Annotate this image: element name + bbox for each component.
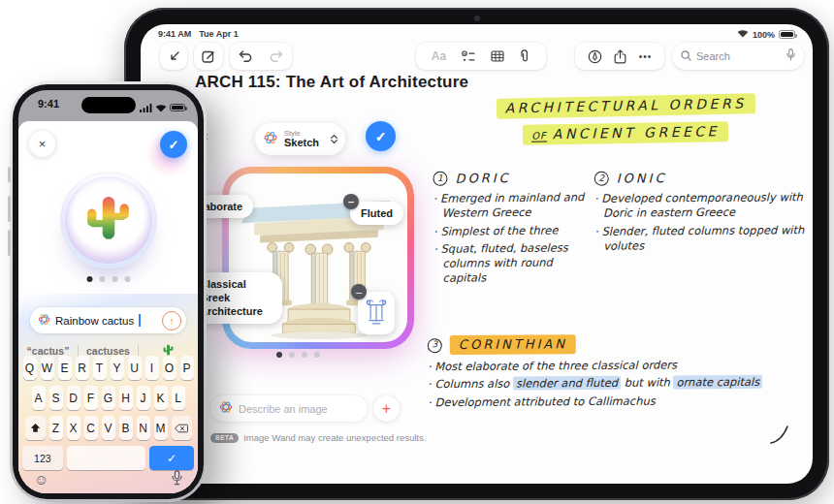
battery-percent: 100% xyxy=(753,30,775,40)
key-k[interactable]: K xyxy=(154,386,168,410)
return-key[interactable]: ✓ xyxy=(149,446,194,470)
key-r[interactable]: R xyxy=(76,356,89,380)
shift-icon xyxy=(30,423,41,433)
compose-icon xyxy=(202,49,215,63)
key-j[interactable]: J xyxy=(137,386,150,410)
tag-capital-sketch-thumbnail[interactable]: – xyxy=(358,292,395,334)
more-icon[interactable]: ••• xyxy=(639,51,653,62)
share-icon[interactable] xyxy=(614,49,626,64)
space-key[interactable] xyxy=(67,446,146,470)
heading-of: of xyxy=(531,130,547,142)
ionic-title: IONIC xyxy=(617,170,667,187)
format-text-button[interactable]: Aa xyxy=(432,49,446,63)
undo-redo-group xyxy=(230,43,292,70)
playground-close-button[interactable]: × xyxy=(29,131,55,157)
battery-icon xyxy=(779,30,795,39)
chevron-up-down-icon xyxy=(331,135,337,143)
playground-confirm-button[interactable]: ✓ xyxy=(160,131,187,158)
action-button xyxy=(8,167,11,182)
backspace-icon xyxy=(175,424,188,433)
blue-highlight: ornate capitals xyxy=(673,375,762,390)
key-p[interactable]: P xyxy=(180,356,194,380)
key-f[interactable]: F xyxy=(84,386,98,410)
add-suggestion-button[interactable]: + xyxy=(373,395,400,422)
undo-icon[interactable] xyxy=(239,50,252,62)
ipad-device: 9:41 AM Tue Apr 1 100% xyxy=(124,8,829,500)
tag-fluted[interactable]: – Fluted xyxy=(350,202,403,225)
doric-title: DORIC xyxy=(455,170,510,187)
key-t[interactable]: T xyxy=(93,356,107,380)
numbers-key[interactable]: 123 xyxy=(22,446,63,470)
key-e[interactable]: E xyxy=(58,356,72,380)
corinthian-section: 3 CORINTHIAN · Most elaborate of the thr… xyxy=(428,333,770,413)
describe-image-placeholder: Describe an image xyxy=(239,403,328,415)
wifi-icon xyxy=(155,99,167,116)
key-b[interactable]: B xyxy=(119,416,133,440)
corinthian-bullet: · Columns also slender and fluted but wi… xyxy=(428,375,769,393)
blue-highlight: slender and fluted xyxy=(513,376,621,391)
style-selector[interactable]: Style Sketch xyxy=(255,123,345,155)
corinthian-bullet: · Most elaborate of the three classical … xyxy=(428,358,769,375)
doric-bullet: · Squat, fluted, baseless columns with r… xyxy=(433,240,596,286)
search-input[interactable]: Search xyxy=(672,43,804,70)
key-g[interactable]: G xyxy=(102,386,115,410)
beta-disclaimer: BETA Image Wand may create unexpected re… xyxy=(210,432,426,443)
scene: 9:41 AM Tue Apr 1 100% xyxy=(0,0,834,504)
checklist-icon[interactable] xyxy=(462,50,475,63)
mic-icon[interactable] xyxy=(172,470,182,488)
table-icon[interactable] xyxy=(491,50,504,62)
battery-icon xyxy=(170,104,185,111)
remove-tag-icon[interactable]: – xyxy=(343,194,359,209)
key-v[interactable]: V xyxy=(102,416,115,440)
search-icon xyxy=(681,47,691,65)
compose-button[interactable] xyxy=(194,43,223,70)
markup-icon[interactable] xyxy=(588,49,602,64)
remove-tag-icon[interactable]: – xyxy=(351,284,367,299)
iphone-device: 9:41 × ✓ xyxy=(10,81,207,502)
tools-toolbar-group: ••• xyxy=(575,43,664,70)
generated-emoji-bubble xyxy=(60,172,157,268)
key-a[interactable]: A xyxy=(32,386,46,410)
ionic-bullet: · Slender, fluted columns topped with vo… xyxy=(594,223,808,254)
key-z[interactable]: Z xyxy=(49,416,63,440)
wand-page-dots[interactable] xyxy=(276,352,320,358)
cellular-signal-icon xyxy=(140,99,152,116)
key-o[interactable]: O xyxy=(163,356,176,380)
key-x[interactable]: X xyxy=(67,416,80,440)
submit-prompt-button[interactable]: ↑ xyxy=(162,311,181,331)
playground-page-dots[interactable] xyxy=(86,276,130,282)
key-c[interactable]: C xyxy=(84,416,98,440)
playground-prompt-input[interactable]: Rainbow cactus ↑ xyxy=(30,307,186,333)
backspace-key[interactable] xyxy=(172,416,192,440)
dictation-icon[interactable] xyxy=(786,47,795,65)
key-y[interactable]: Y xyxy=(111,356,124,380)
corinthian-bullet: · Development attributed to Callimachus xyxy=(428,393,769,410)
key-i[interactable]: I xyxy=(145,356,159,380)
emoji-keyboard-icon[interactable]: ☺ xyxy=(34,471,48,488)
describe-image-input[interactable]: Describe an image xyxy=(210,395,368,422)
redo-icon[interactable] xyxy=(270,50,283,62)
yellow-highlight: ARCHITECTURAL ORDERS xyxy=(496,93,754,119)
key-m[interactable]: M xyxy=(154,416,168,440)
key-d[interactable]: D xyxy=(67,386,80,410)
handwritten-heading-2: ofANCIENT GREECE xyxy=(432,122,813,144)
ipad-status-right: 100% xyxy=(737,29,795,40)
ipad-date: Tue Apr 1 xyxy=(199,29,239,39)
ipad-camera xyxy=(474,16,480,21)
page-curl-icon[interactable] xyxy=(769,424,790,449)
key-w[interactable]: W xyxy=(41,356,54,380)
key-n[interactable]: N xyxy=(137,416,150,440)
orange-highlight: CORINTHIAN xyxy=(450,334,576,355)
attachment-icon[interactable] xyxy=(519,49,530,63)
shift-key[interactable] xyxy=(25,416,46,440)
minimize-note-button[interactable] xyxy=(160,43,187,70)
key-s[interactable]: S xyxy=(49,386,63,410)
key-l[interactable]: L xyxy=(172,386,185,410)
wand-confirm-button[interactable]: ✓ xyxy=(366,121,396,151)
key-u[interactable]: U xyxy=(128,356,142,380)
note-title: ARCH 115: The Art of Architecture xyxy=(195,73,468,92)
heading-greece: ANCIENT GREECE xyxy=(553,123,720,142)
key-q[interactable]: Q xyxy=(23,356,37,380)
circled-number-2: 2 xyxy=(594,172,609,186)
key-h[interactable]: H xyxy=(119,386,133,410)
